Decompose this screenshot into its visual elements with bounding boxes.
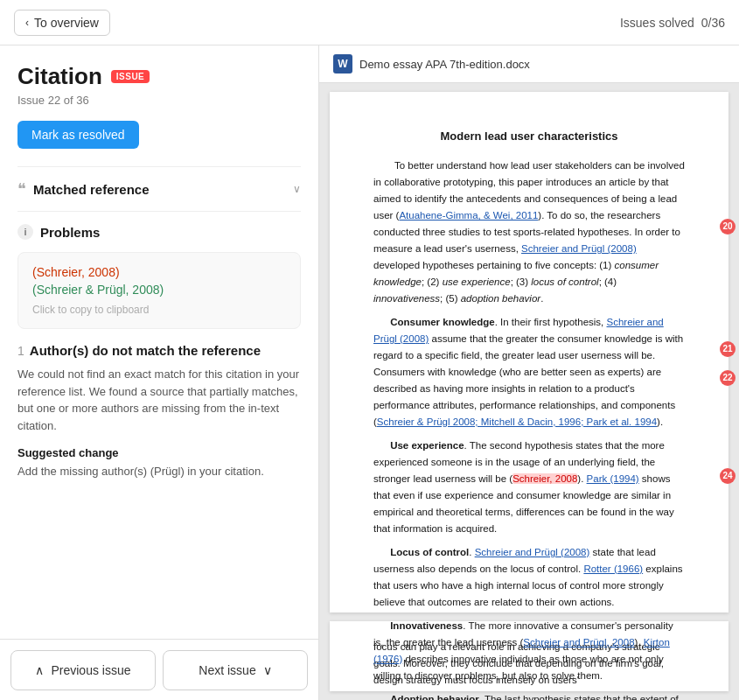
concept-4: innovativeness (373, 293, 440, 304)
citation-header: Citation ISSUE (17, 63, 301, 90)
doc-paragraph-2: Consumer knowledge. In their first hypot… (373, 314, 685, 430)
issues-solved-label: Issues solved (620, 16, 694, 30)
mark-resolved-button[interactable]: Mark as resolved (17, 121, 139, 149)
citation-title: Citation (17, 63, 102, 90)
quote-icon: ❝ (17, 179, 26, 199)
matched-reference-left: ❝ Matched reference (17, 179, 150, 199)
consumer-knowledge-title: Consumer knowledge (390, 317, 495, 327)
problems-section: i Problems (Schreier, 2008) (Schreier & … (17, 211, 301, 480)
margin-number-20: 20 (720, 219, 736, 234)
suggested-change-title: Suggested change (17, 446, 301, 459)
main-layout: Citation ISSUE Issue 22 of 36 Mark as re… (0, 46, 739, 700)
doc-paragraph-6: Adoption behavior. The last hypothesis s… (373, 691, 685, 701)
ref-link-7[interactable]: Rotter (1966) (583, 564, 643, 574)
issues-solved-value: 0/36 (701, 16, 725, 30)
doc-page: 20 21 22 23 24 Modern lead user characte… (330, 92, 729, 612)
concept-3: locus of control (531, 276, 598, 287)
top-bar: ‹ To overview Issues solved 0/36 (0, 0, 739, 46)
word-icon: W (333, 54, 352, 74)
issue-count: Issue 22 of 36 (17, 94, 301, 107)
doc-paragraph-1: To better understand how lead user stake… (373, 158, 685, 307)
margin-number-24: 24 (720, 468, 736, 484)
next-issue-button[interactable]: Next issue ∨ (163, 650, 308, 690)
adoption-title: Adoption behavior (390, 694, 479, 701)
concept-5: adoption behavior (461, 293, 540, 304)
chevron-left-icon: ‹ (25, 17, 29, 29)
left-panel: Citation ISSUE Issue 22 of 36 Mark as re… (0, 46, 319, 700)
problem-title: Author(s) do not match the reference (30, 343, 261, 358)
innovativeness-title: Innovativeness (390, 620, 463, 631)
problem-item: 1Author(s) do not match the reference We… (17, 343, 301, 480)
next-issue-label: Next issue (199, 663, 255, 677)
matched-reference-label: Matched reference (33, 182, 150, 197)
ref-link-4[interactable]: Schreier & Prügl 2008; Mitchell & Dacin,… (377, 416, 657, 427)
problem-description: We could not find an exact match for thi… (17, 366, 301, 434)
info-icon: i (17, 224, 33, 240)
locus-title: Locus of control (390, 547, 469, 557)
bottom-nav: ∧ Previous issue Next issue ∨ (0, 639, 318, 700)
citation-box[interactable]: (Schreier, 2008) (Schreier & Prügl, 2008… (17, 252, 301, 329)
problems-label: Problems (40, 225, 100, 240)
doc-header: W Demo essay APA 7th-edition.docx (319, 46, 739, 83)
previous-issue-label: Previous issue (51, 663, 130, 677)
doc-paragraph-3: Use experience. The second hypothesis st… (373, 438, 685, 537)
ref-link-6[interactable]: Schreier and Prügl (2008) (475, 547, 590, 557)
left-panel-content: Citation ISSUE Issue 22 of 36 Mark as re… (0, 46, 318, 639)
concept-1: consumer knowledge (373, 260, 659, 287)
ref-link-2[interactable]: Schreier and Prügl (2008) (521, 243, 637, 254)
problem-number: 1 (17, 344, 24, 358)
issues-solved: Issues solved 0/36 (620, 16, 725, 30)
previous-issue-button[interactable]: ∧ Previous issue (10, 650, 156, 690)
ref-highlight-red: Schreier, 2008 (512, 473, 577, 484)
to-overview-label: To overview (34, 16, 99, 30)
ref-link-5[interactable]: Park (1994) (587, 473, 639, 484)
chevron-up-icon: ∧ (35, 663, 44, 677)
chevron-down-icon: ∨ (293, 183, 301, 195)
right-panel: W Demo essay APA 7th-edition.docx 20 21 … (319, 46, 739, 700)
suggested-change: Suggested change Add the missing author(… (17, 446, 301, 480)
problems-header: i Problems (17, 224, 301, 240)
doc-filename: Demo essay APA 7th-edition.docx (359, 58, 530, 71)
doc-paragraph-4: Locus of control. Schreier and Prügl (20… (373, 544, 685, 611)
concept-2: use experience (443, 276, 511, 287)
issue-badge: ISSUE (111, 70, 150, 83)
doc-heading: Modern lead user characteristics (373, 127, 685, 145)
margin-number-21: 21 (720, 341, 736, 357)
citation-text-correct: (Schreier & Prügl, 2008) (32, 283, 286, 297)
chevron-down-nav-icon: ∨ (263, 663, 272, 677)
copy-hint: Click to copy to clipboard (32, 304, 286, 316)
doc-paragraph-5: Innovativeness. The more innovative a co… (373, 618, 685, 684)
ref-link-1[interactable]: Atuahene-Gimma, & Wei, 2011 (399, 210, 538, 220)
matched-reference-section[interactable]: ❝ Matched reference ∨ (17, 166, 301, 211)
margin-number-22: 22 (720, 370, 736, 386)
use-experience-title: Use experience (390, 440, 464, 451)
suggested-change-text: Add the missing author(s) (Prügl) in you… (17, 463, 301, 480)
citation-text-wrong: (Schreier, 2008) (32, 265, 286, 279)
to-overview-button[interactable]: ‹ To overview (14, 10, 110, 36)
ref-link-8[interactable]: Schreier and Prügl, 2008 (523, 637, 634, 648)
